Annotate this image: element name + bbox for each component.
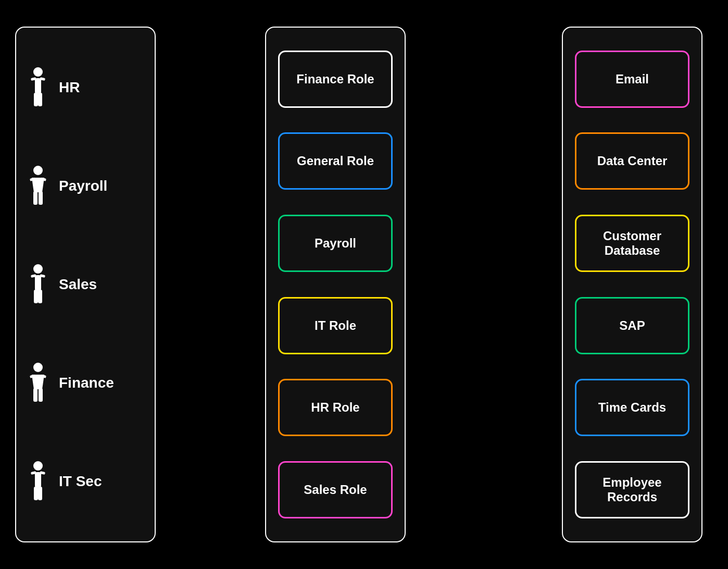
svg-line-48 bbox=[393, 407, 575, 490]
resource-box-email: Email bbox=[575, 51, 689, 108]
svg-line-34 bbox=[145, 161, 278, 284]
svg-line-38 bbox=[145, 161, 278, 481]
male-icon-sales bbox=[26, 264, 51, 305]
svg-line-37 bbox=[145, 326, 278, 383]
female-icon-payroll bbox=[26, 165, 51, 207]
svg-line-31 bbox=[145, 88, 278, 162]
user-label-itsec: IT Sec bbox=[59, 473, 102, 490]
user-item-hr: HR bbox=[26, 67, 145, 108]
svg-line-33 bbox=[145, 186, 278, 243]
svg-rect-23 bbox=[39, 388, 43, 402]
svg-rect-4 bbox=[34, 93, 38, 106]
svg-line-46 bbox=[393, 326, 575, 490]
svg-point-18 bbox=[33, 363, 43, 372]
diagram-container: HR Payroll Sales Finance IT Sec Finance … bbox=[10, 11, 718, 558]
resource-box-timecards: Time Cards bbox=[575, 379, 689, 436]
svg-line-30 bbox=[145, 79, 278, 88]
male-icon-itsec bbox=[26, 461, 51, 502]
svg-line-41 bbox=[393, 79, 575, 162]
role-box-finance-role: Finance Role bbox=[278, 51, 393, 108]
svg-rect-5 bbox=[38, 93, 42, 106]
resource-box-sap: SAP bbox=[575, 297, 689, 354]
svg-point-0 bbox=[33, 67, 43, 77]
svg-point-12 bbox=[33, 264, 43, 274]
user-label-payroll: Payroll bbox=[59, 178, 107, 194]
svg-line-40 bbox=[393, 79, 575, 162]
user-item-finance: Finance bbox=[26, 362, 145, 404]
male-icon-hr bbox=[26, 67, 51, 108]
user-item-sales: Sales bbox=[26, 264, 145, 305]
female-icon-finance bbox=[26, 362, 51, 404]
svg-line-49 bbox=[393, 326, 575, 490]
role-box-it-role: IT Role bbox=[278, 297, 393, 354]
svg-line-32 bbox=[145, 161, 278, 185]
resource-box-emprecords: Employee Records bbox=[575, 461, 689, 518]
user-label-hr: HR bbox=[59, 79, 80, 96]
users-column: HR Payroll Sales Finance IT Sec bbox=[15, 27, 156, 542]
roles-column: Finance RoleGeneral RolePayrollIT RoleHR… bbox=[265, 27, 406, 542]
role-box-sales-role: Sales Role bbox=[278, 461, 393, 518]
svg-line-36 bbox=[145, 161, 278, 383]
svg-rect-28 bbox=[34, 487, 38, 500]
svg-rect-10 bbox=[33, 191, 37, 205]
svg-rect-17 bbox=[38, 290, 42, 303]
user-label-finance: Finance bbox=[59, 375, 114, 391]
role-box-hr-role: HR Role bbox=[278, 379, 393, 436]
svg-line-39 bbox=[145, 481, 278, 490]
svg-point-24 bbox=[33, 461, 43, 471]
svg-line-35 bbox=[145, 284, 278, 407]
svg-rect-11 bbox=[39, 191, 43, 205]
resource-box-datacenter: Data Center bbox=[575, 132, 689, 190]
role-box-payroll-role: Payroll bbox=[278, 215, 393, 272]
user-item-payroll: Payroll bbox=[26, 165, 145, 207]
user-label-sales: Sales bbox=[59, 276, 97, 293]
svg-rect-22 bbox=[33, 388, 37, 402]
svg-rect-1 bbox=[35, 78, 41, 94]
svg-line-45 bbox=[393, 243, 575, 326]
svg-line-43 bbox=[393, 243, 575, 326]
svg-rect-16 bbox=[34, 290, 38, 303]
svg-rect-13 bbox=[35, 275, 41, 291]
user-item-itsec: IT Sec bbox=[26, 461, 145, 502]
svg-line-42 bbox=[393, 161, 575, 243]
svg-rect-29 bbox=[38, 487, 42, 500]
svg-rect-25 bbox=[35, 472, 41, 488]
resource-box-customerdb: Customer Database bbox=[575, 215, 689, 272]
resources-column: EmailData CenterCustomer DatabaseSAPTime… bbox=[562, 27, 702, 542]
svg-line-44 bbox=[393, 243, 575, 407]
svg-point-6 bbox=[33, 166, 43, 175]
role-box-general-role: General Role bbox=[278, 132, 393, 190]
